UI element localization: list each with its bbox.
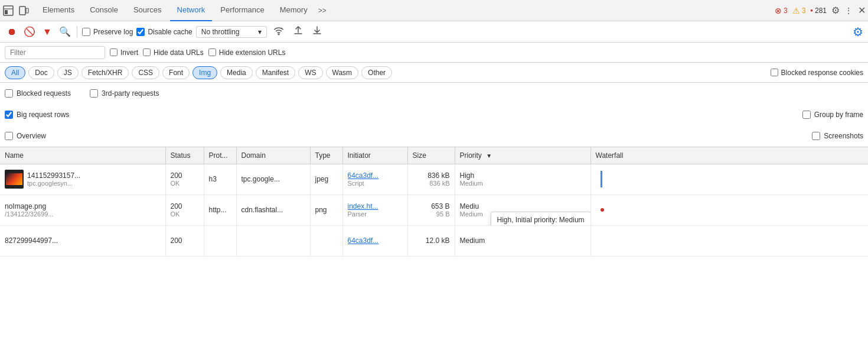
filter-icon-button[interactable]: ▼ [40, 25, 54, 39]
size-cell: 12.0 kB [407, 225, 455, 256]
screenshots-checkbox[interactable] [812, 132, 820, 140]
toolbar-separator [77, 26, 77, 38]
col-header-type[interactable]: Type [310, 147, 342, 164]
blocked-requests-checkbox[interactable] [5, 89, 13, 98]
col-header-name[interactable]: Name [0, 147, 165, 164]
group-by-frame-checkbox[interactable] [802, 111, 811, 119]
type-btn-ws[interactable]: WS [298, 66, 322, 79]
invert-group[interactable]: Invert [110, 48, 138, 57]
name-text: 141152993157... tpc.googlesyn... [27, 171, 161, 187]
invert-checkbox[interactable] [110, 48, 118, 56]
type-btn-manifest[interactable]: Manifest [256, 66, 295, 79]
wifi-settings-icon[interactable] [270, 25, 287, 39]
blocked-requests-group[interactable]: Blocked requests [5, 89, 71, 98]
devtools-icons [2, 5, 30, 17]
error-badge-blue[interactable]: ▪ 281 [810, 6, 827, 15]
overview-group[interactable]: Overview [5, 132, 46, 140]
settings-gear-icon[interactable]: ⚙ [831, 5, 840, 16]
blocked-cookies-checkbox[interactable] [771, 69, 778, 76]
waterfall-bar [596, 208, 864, 212]
big-rows-checkbox[interactable] [5, 111, 13, 119]
screenshots-group[interactable]: Screenshots [812, 132, 863, 140]
download-icon[interactable] [309, 24, 325, 40]
status-cell: 200 [165, 225, 204, 256]
search-button[interactable]: 🔍 [58, 25, 72, 39]
type-btn-wasm[interactable]: Wasm [326, 66, 359, 79]
tab-sources[interactable]: Sources [126, 0, 169, 21]
type-btn-js[interactable]: JS [57, 66, 79, 79]
svg-rect-4 [26, 8, 28, 13]
tab-more-button[interactable]: >> [318, 7, 327, 15]
big-rows-group[interactable]: Big request rows [5, 111, 69, 119]
network-settings-icon[interactable]: ⚙ [853, 25, 863, 39]
col-header-status[interactable]: Status [165, 147, 204, 164]
tab-right-area: ⊗ 3 ⚠ 3 ▪ 281 ⚙ ⋮ ✕ [775, 5, 866, 16]
hide-data-urls-group[interactable]: Hide data URLs [143, 48, 204, 57]
tab-performance[interactable]: Performance [213, 0, 271, 21]
type-cell: png [310, 195, 342, 225]
options-section: Blocked requests 3rd-party requests Big … [0, 83, 868, 147]
disable-cache-checkbox[interactable] [136, 28, 145, 36]
options-right-2: Screenshots [812, 132, 863, 140]
svg-rect-3 [19, 7, 25, 15]
tab-elements[interactable]: Elements [35, 0, 81, 21]
name-text: noImage.png /134122/32699... [5, 202, 161, 218]
error-badge-red[interactable]: ⊗ 3 [775, 6, 788, 15]
requests-table: Name Status Prot... Domain Type Initiato… [0, 147, 868, 257]
col-header-waterfall[interactable]: Waterfall [590, 147, 868, 164]
tab-memory[interactable]: Memory [273, 0, 315, 21]
svg-rect-2 [5, 10, 8, 14]
table-row[interactable]: 827299944997... 200 64ca3df... 12.0 kB [0, 225, 868, 256]
size-cell: 836 kB 836 kB [407, 164, 455, 195]
priority-sort-icon: ▼ [486, 153, 492, 159]
upload-icon[interactable] [291, 24, 306, 40]
requests-table-container: Name Status Prot... Domain Type Initiato… [0, 147, 868, 363]
col-header-size[interactable]: Size [407, 147, 455, 164]
table-row[interactable]: 141152993157... tpc.googlesyn... 200 OK … [0, 164, 868, 195]
domain-cell: cdn.flashtal... [236, 195, 310, 225]
third-party-checkbox[interactable] [90, 89, 98, 98]
hide-ext-urls-group[interactable]: Hide extension URLs [208, 48, 286, 57]
preserve-log-group[interactable]: Preserve log [82, 28, 133, 36]
waterfall-dot [601, 208, 604, 212]
hide-ext-urls-checkbox[interactable] [208, 48, 216, 56]
blocked-response-cookies-group[interactable]: Blocked response cookies [771, 69, 863, 77]
table-row[interactable]: noImage.png /134122/32699... 200 OK http… [0, 195, 868, 225]
overview-checkbox[interactable] [5, 132, 13, 140]
throttle-dropdown[interactable]: No throttling ▾ [196, 26, 267, 38]
tab-network[interactable]: Network [170, 0, 213, 21]
group-by-frame-group[interactable]: Group by frame [802, 111, 863, 119]
type-btn-doc[interactable]: Doc [28, 66, 54, 79]
throttle-arrow-icon: ▾ [258, 28, 262, 36]
type-btn-all[interactable]: All [5, 66, 25, 79]
type-btn-media[interactable]: Media [220, 66, 253, 79]
initiator-cell: index.ht... Parser [342, 195, 407, 225]
type-btn-img[interactable]: Img [192, 66, 217, 79]
col-header-domain[interactable]: Domain [236, 147, 310, 164]
tab-console[interactable]: Console [83, 0, 125, 21]
type-btn-css[interactable]: CSS [132, 66, 159, 79]
device-icon[interactable] [18, 5, 30, 17]
type-btn-fetchxhr[interactable]: Fetch/XHR [81, 66, 129, 79]
type-btn-font[interactable]: Font [162, 66, 190, 79]
type-btn-other[interactable]: Other [361, 66, 392, 79]
record-button[interactable]: ⏺ [5, 25, 19, 39]
info-icon: ▪ [810, 6, 813, 15]
preserve-log-checkbox[interactable] [82, 28, 90, 36]
table-header-row: Name Status Prot... Domain Type Initiato… [0, 147, 868, 164]
col-header-initiator[interactable]: Initiator [342, 147, 407, 164]
filter-input[interactable] [5, 46, 105, 59]
col-header-priority[interactable]: Priority ▼ [455, 147, 590, 164]
more-options-icon[interactable]: ⋮ [844, 6, 853, 15]
filter-row: Invert Hide data URLs Hide extension URL… [0, 43, 868, 63]
third-party-group[interactable]: 3rd-party requests [90, 89, 159, 98]
clear-button[interactable]: 🚫 [22, 25, 37, 39]
dock-icon[interactable] [2, 5, 14, 17]
priority-cell: Medium [455, 225, 590, 256]
hide-data-urls-checkbox[interactable] [143, 48, 151, 56]
error-badge-yellow[interactable]: ⚠ 3 [792, 6, 806, 15]
options-right: Group by frame [802, 111, 863, 119]
disable-cache-group[interactable]: Disable cache [136, 28, 192, 36]
col-header-protocol[interactable]: Prot... [204, 147, 236, 164]
close-icon[interactable]: ✕ [858, 5, 866, 16]
